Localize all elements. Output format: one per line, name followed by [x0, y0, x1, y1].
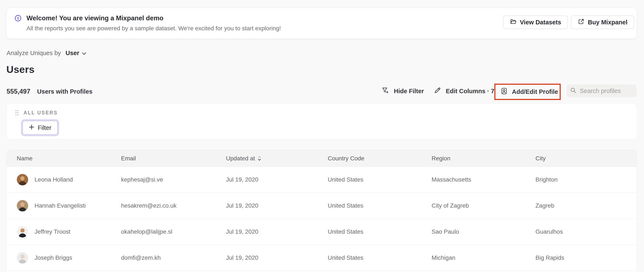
user-city: Brighton — [525, 176, 637, 183]
user-name: Leona Holland — [34, 176, 73, 183]
annotation-highlight-red-box: Add/Edit Profile — [494, 84, 561, 100]
banner-actions: View Datasets Buy Mixpanel — [503, 15, 634, 29]
users-table: Name Email Updated at Country Code Regio… — [6, 150, 637, 272]
pencil-icon — [434, 87, 441, 96]
users-page: i Welcome! You are viewing a Mixpanel de… — [0, 0, 644, 272]
add-edit-profile-label: Add/Edit Profile — [512, 88, 558, 95]
demo-banner: i Welcome! You are viewing a Mixpanel de… — [6, 8, 637, 39]
user-name: Jeffrey Troost — [34, 228, 70, 235]
user-email: kephesaj@si.ve — [111, 176, 216, 183]
info-icon: i — [15, 15, 22, 22]
search-profiles-field — [567, 84, 636, 97]
column-label: Region — [432, 155, 450, 162]
user-email: domfi@zem.kh — [111, 255, 216, 261]
svg-text:i: i — [17, 16, 19, 20]
user-updated-at: Jul 19, 2020 — [216, 228, 318, 235]
search-icon — [570, 87, 577, 95]
user-updated-at: Jul 19, 2020 — [216, 202, 318, 209]
column-label: Updated at — [226, 155, 255, 162]
column-header-name[interactable]: Name — [6, 150, 111, 167]
search-profiles-input[interactable] — [580, 87, 633, 94]
view-datasets-label: View Datasets — [520, 19, 561, 26]
banner-title: Welcome! You are viewing a Mixpanel demo — [26, 14, 164, 22]
column-label: Country Code — [328, 155, 364, 162]
filter-funnel-plus-icon — [382, 87, 389, 96]
chevron-down-icon — [82, 49, 86, 56]
user-country: United States — [318, 176, 422, 183]
profile-count-label: Users with Profiles — [37, 88, 92, 95]
user-name: Hannah Evangelisti — [34, 202, 86, 209]
table-row[interactable]: Joseph Briggs domfi@zem.kh Jul 19, 2020 … — [6, 245, 637, 271]
banner-subtitle: All the reports you see are powered by a… — [26, 25, 281, 32]
add-filter-button[interactable]: Filter — [22, 121, 58, 135]
avatar — [17, 200, 28, 211]
edit-columns-label: Edit Columns · 7 — [446, 88, 494, 95]
user-name-cell: Jeffrey Troost — [6, 226, 111, 238]
user-city: Guarulhos — [525, 228, 637, 235]
user-city: Zagreb — [525, 202, 637, 209]
filter-panel: ALL USERS Filter — [6, 103, 637, 139]
user-name-cell: Hannah Evangelisti — [6, 200, 111, 211]
user-updated-at: Jul 19, 2020 — [216, 176, 318, 183]
table-row-partial — [6, 271, 637, 272]
user-region: Michigan — [422, 255, 525, 261]
user-name-cell: Leona Holland — [6, 174, 111, 185]
table-row[interactable]: Hannah Evangelisti hesakrem@ezi.co.uk Ju… — [6, 193, 637, 219]
user-updated-at: Jul 19, 2020 — [216, 255, 318, 261]
column-header-email[interactable]: Email — [111, 150, 216, 167]
user-name: Joseph Briggs — [34, 255, 72, 261]
view-datasets-button[interactable]: View Datasets — [503, 15, 568, 29]
column-header-region[interactable]: Region — [422, 150, 525, 167]
column-header-country-code[interactable]: Country Code — [318, 150, 422, 167]
table-header: Name Email Updated at Country Code Regio… — [6, 150, 637, 167]
buy-mixpanel-label: Buy Mixpanel — [588, 19, 628, 26]
hide-filter-button[interactable]: Hide Filter — [382, 84, 424, 98]
avatar — [17, 252, 28, 264]
user-email: hesakrem@ezi.co.uk — [111, 202, 216, 209]
plus-icon — [29, 124, 34, 131]
profile-count: 555,497 Users with Profiles — [6, 88, 92, 95]
sort-icon[interactable] — [258, 155, 261, 162]
buy-mixpanel-button[interactable]: Buy Mixpanel — [571, 15, 634, 29]
profile-count-value: 555,497 — [6, 88, 30, 95]
user-country: United States — [318, 228, 422, 235]
user-region: Sao Paulo — [422, 228, 525, 235]
table-row[interactable]: Jeffrey Troost okahelop@lalijpe.sl Jul 1… — [6, 219, 637, 245]
column-header-updated-at[interactable]: Updated at — [216, 150, 318, 167]
analyze-uniques-label: Analyze Uniques by — [6, 49, 61, 56]
avatar — [17, 174, 28, 185]
add-edit-profile-button[interactable]: Add/Edit Profile — [500, 87, 558, 96]
edit-columns-button[interactable]: Edit Columns · 7 — [434, 84, 494, 98]
user-city: Big Rapids — [525, 255, 637, 261]
user-country: United States — [318, 255, 422, 261]
avatar — [17, 226, 28, 238]
user-email: okahelop@lalijpe.sl — [111, 228, 216, 235]
folder-icon — [510, 18, 516, 26]
filter-button-focus-ring: Filter — [21, 119, 59, 136]
analyze-by-value: User — [66, 49, 79, 56]
analyze-uniques-row: Analyze Uniques by User — [6, 49, 86, 56]
page-title: Users — [6, 63, 34, 75]
add-filter-label: Filter — [38, 124, 51, 131]
column-label: City — [536, 155, 546, 162]
external-link-icon — [578, 18, 584, 26]
analyze-by-dropdown[interactable]: User — [66, 49, 86, 56]
filter-group-label: ALL USERS — [24, 110, 58, 116]
user-name-cell: Joseph Briggs — [6, 252, 111, 264]
user-region: City of Zagreb — [422, 202, 525, 209]
drag-handle-icon[interactable] — [15, 109, 19, 117]
profile-badge-icon — [500, 87, 508, 96]
column-label: Email — [121, 155, 136, 162]
table-row[interactable]: Leona Holland kephesaj@si.ve Jul 19, 202… — [6, 167, 637, 193]
hide-filter-label: Hide Filter — [394, 88, 424, 95]
user-country: United States — [318, 202, 422, 209]
column-header-city[interactable]: City — [525, 150, 637, 167]
column-label: Name — [17, 155, 33, 162]
user-region: Massachusetts — [422, 176, 525, 183]
